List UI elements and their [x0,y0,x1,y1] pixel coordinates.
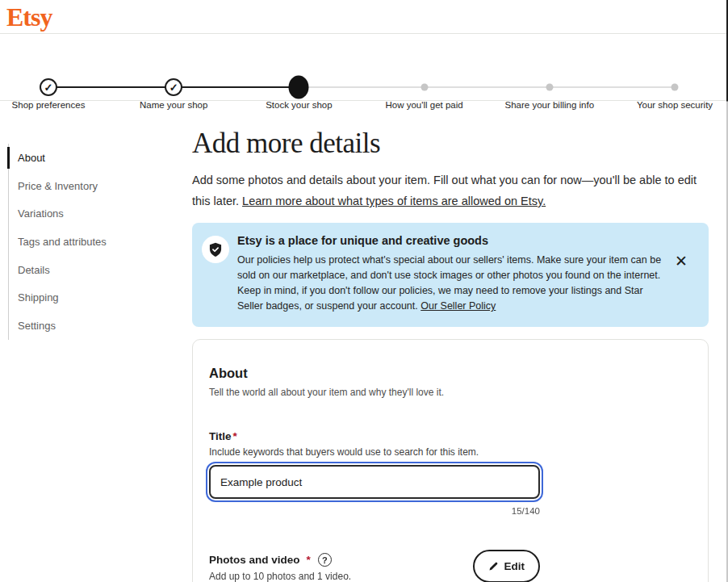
required-asterisk: * [307,554,311,566]
step-label: Stock your shop [238,100,359,110]
help-question-icon[interactable]: ? [318,553,332,567]
main-panel: Add more details Add some photos and det… [192,101,718,582]
current-step-dot-icon [289,76,309,99]
title-label: Title* [209,430,540,442]
top-header: Etsy [0,0,728,34]
title-label-text: Title [209,430,232,442]
intro-paragraph: Add some photos and details about your i… [192,170,709,211]
edit-button-label: Edit [504,560,525,572]
title-field-group: Title* Include keywords that buyers woul… [209,430,540,516]
sidebar-item-tags-attributes[interactable]: Tags and attributes [9,228,192,256]
photos-field-header: Photos and video* ? Add up to 10 photos … [209,553,540,582]
pencil-icon [488,561,499,572]
shield-check-icon [202,236,229,263]
upcoming-step-dot-icon [420,84,428,91]
upcoming-step-dot-icon [546,84,553,91]
banner-text-block: Etsy is a place for unique and creative … [237,234,667,314]
check-circle-icon: ✓ [40,78,57,96]
step-label: Name your shop [113,100,234,110]
step-label: Share your billing info [489,100,610,110]
banner-body: Our policies help us protect what's spec… [237,253,667,314]
about-card: About Tell the world all about your item… [192,339,709,582]
step-label: How you'll get paid [364,100,485,110]
sidebar-item-about[interactable]: About [9,144,192,172]
title-helper: Include keywords that buyers would use t… [209,446,540,458]
edit-photos-button[interactable]: Edit [473,550,541,582]
sidebar-item-price-inventory[interactable]: Price & Inventory [9,172,192,200]
etsy-logo[interactable]: Etsy [6,4,52,30]
photos-helper: Add up to 10 photos and 1 video. [209,571,351,582]
stepper-track: ✓ Shop preferences ✓ Name your shop Stoc… [48,34,675,100]
etsy-shop-setup-page: Etsy ✓ Shop preferences ✓ Name your shop… [0,0,728,582]
sidebar-item-settings[interactable]: Settings [9,312,192,340]
sidebar-item-shipping[interactable]: Shipping [9,283,192,312]
close-icon[interactable]: ✕ [675,253,688,269]
char-counter: 15/140 [209,506,540,516]
step-label: Shop preferences [0,100,109,110]
upcoming-step-dot-icon [672,84,679,91]
page-title: Add more details [192,128,709,160]
policy-banner: Etsy is a place for unique and creative … [192,223,709,327]
step-label: Your shop security [614,100,728,110]
onboarding-stepper: ✓ Shop preferences ✓ Name your shop Stoc… [0,34,728,101]
required-asterisk: * [233,430,237,442]
banner-title: Etsy is a place for unique and creative … [237,234,667,247]
photos-label-text: Photos and video [209,554,300,566]
card-section-title: About [209,366,692,381]
title-input[interactable] [209,465,540,499]
learn-more-link[interactable]: Learn more about what types of items are… [242,195,546,207]
seller-policy-link[interactable]: Our Seller Policy [420,300,496,312]
content-area: About Price & Inventory Variations Tags … [0,101,728,582]
sidebar-item-details[interactable]: Details [9,256,192,284]
sidebar-item-variations[interactable]: Variations [9,199,192,228]
card-section-subtitle: Tell the world all about your item and w… [209,387,692,398]
photos-label: Photos and video* ? [209,553,351,567]
check-circle-icon: ✓ [165,78,182,96]
section-sidebar: About Price & Inventory Variations Tags … [0,101,192,340]
photos-label-block: Photos and video* ? Add up to 10 photos … [209,553,351,582]
